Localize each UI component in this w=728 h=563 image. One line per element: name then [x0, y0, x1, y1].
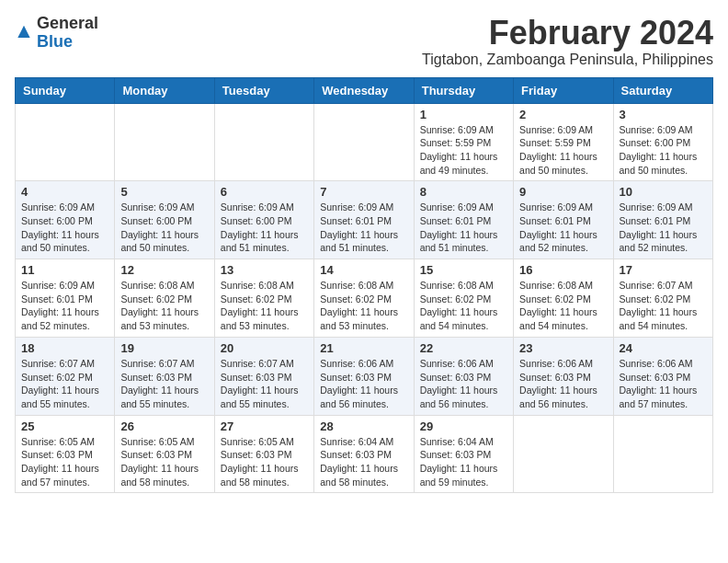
day-number: 15 [420, 263, 507, 277]
day-info: Sunset: 6:00 PM [21, 214, 108, 228]
calendar-cell: 14Sunrise: 6:08 AMSunset: 6:02 PMDayligh… [314, 259, 414, 338]
calendar-cell: 20Sunrise: 6:07 AMSunset: 6:03 PMDayligh… [214, 337, 313, 415]
week-row-3: 18Sunrise: 6:07 AMSunset: 6:02 PMDayligh… [16, 337, 713, 415]
calendar-cell: 28Sunrise: 6:04 AMSunset: 6:03 PMDayligh… [314, 415, 414, 493]
calendar-cell: 8Sunrise: 6:09 AMSunset: 6:01 PMDaylight… [414, 181, 513, 259]
day-info: Sunset: 6:02 PM [320, 293, 407, 306]
day-info: Daylight: 11 hours and 53 minutes. [320, 305, 407, 332]
calendar-cell: 10Sunrise: 6:09 AMSunset: 6:01 PMDayligh… [613, 181, 712, 259]
day-info: Sunrise: 6:09 AM [120, 201, 208, 214]
calendar-cell: 18Sunrise: 6:07 AMSunset: 6:02 PMDayligh… [16, 337, 115, 415]
day-info: Daylight: 11 hours and 54 minutes. [420, 305, 507, 332]
day-number: 5 [120, 185, 208, 199]
day-info: Sunrise: 6:07 AM [120, 357, 208, 371]
day-number: 28 [320, 419, 407, 433]
day-info: Sunrise: 6:09 AM [420, 201, 507, 214]
day-info: Sunset: 6:02 PM [420, 293, 507, 306]
day-info: Sunrise: 6:08 AM [221, 279, 308, 293]
day-number: 26 [120, 419, 208, 433]
calendar-cell: 11Sunrise: 6:09 AMSunset: 6:01 PMDayligh… [16, 259, 115, 338]
week-row-0: 1Sunrise: 6:09 AMSunset: 5:59 PMDaylight… [16, 103, 713, 181]
calendar-cell: 16Sunrise: 6:08 AMSunset: 6:02 PMDayligh… [514, 259, 613, 338]
day-info: Sunrise: 6:06 AM [420, 357, 507, 371]
day-info: Sunrise: 6:08 AM [519, 279, 607, 293]
day-info: Sunset: 6:00 PM [620, 136, 707, 150]
day-info: Daylight: 11 hours and 56 minutes. [519, 384, 607, 410]
day-number: 21 [320, 341, 407, 355]
day-info: Daylight: 11 hours and 56 minutes. [320, 384, 407, 410]
title-area: February 2024 Tigtabon, Zamboanga Penins… [422, 15, 713, 68]
day-number: 27 [221, 419, 308, 433]
day-number: 24 [620, 341, 707, 355]
day-info: Sunset: 6:01 PM [620, 214, 707, 228]
day-info: Daylight: 11 hours and 52 minutes. [519, 228, 607, 255]
day-info: Daylight: 11 hours and 55 minutes. [221, 384, 308, 410]
calendar-cell: 13Sunrise: 6:08 AMSunset: 6:02 PMDayligh… [214, 259, 313, 338]
day-info: Sunrise: 6:08 AM [420, 279, 507, 293]
calendar-cell: 22Sunrise: 6:06 AMSunset: 6:03 PMDayligh… [414, 337, 513, 415]
calendar-cell [214, 103, 313, 181]
day-number: 4 [21, 185, 108, 199]
day-number: 9 [519, 185, 607, 199]
day-info: Sunset: 6:03 PM [120, 371, 208, 385]
day-info: Sunset: 6:02 PM [519, 293, 607, 306]
day-info: Daylight: 11 hours and 50 minutes. [21, 228, 108, 255]
day-info: Daylight: 11 hours and 55 minutes. [21, 384, 108, 410]
calendar-cell: 24Sunrise: 6:06 AMSunset: 6:03 PMDayligh… [613, 337, 712, 415]
day-info: Sunset: 6:03 PM [519, 371, 607, 385]
col-header-tuesday: Tuesday [214, 77, 313, 103]
day-info: Sunrise: 6:06 AM [620, 357, 707, 371]
calendar-cell: 4Sunrise: 6:09 AMSunset: 6:00 PMDaylight… [16, 181, 115, 259]
day-number: 19 [120, 341, 208, 355]
day-info: Daylight: 11 hours and 50 minutes. [120, 228, 208, 255]
day-info: Daylight: 11 hours and 53 minutes. [120, 305, 208, 332]
day-info: Daylight: 11 hours and 51 minutes. [320, 228, 407, 255]
day-info: Sunset: 6:03 PM [420, 371, 507, 385]
day-number: 1 [420, 108, 507, 121]
calendar-table: SundayMondayTuesdayWednesdayThursdayFrid… [15, 77, 713, 494]
day-info: Sunset: 6:02 PM [620, 293, 707, 306]
day-info: Daylight: 11 hours and 58 minutes. [120, 462, 208, 488]
day-info: Sunset: 6:00 PM [221, 214, 308, 228]
day-number: 8 [420, 185, 507, 199]
day-number: 29 [420, 419, 507, 433]
week-row-4: 25Sunrise: 6:05 AMSunset: 6:03 PMDayligh… [16, 415, 713, 493]
day-info: Sunrise: 6:06 AM [519, 357, 607, 371]
day-number: 2 [519, 108, 607, 121]
header: General Blue February 2024 Tigtabon, Zam… [15, 15, 713, 68]
col-header-saturday: Saturday [613, 77, 712, 103]
calendar-cell: 15Sunrise: 6:08 AMSunset: 6:02 PMDayligh… [414, 259, 513, 338]
day-number: 20 [221, 341, 308, 355]
day-info: Sunrise: 6:09 AM [519, 123, 607, 137]
day-number: 6 [221, 185, 308, 199]
day-number: 12 [120, 263, 208, 277]
day-info: Sunrise: 6:06 AM [320, 357, 407, 371]
calendar-cell: 1Sunrise: 6:09 AMSunset: 5:59 PMDaylight… [414, 103, 513, 181]
day-number: 7 [320, 185, 407, 199]
calendar-cell: 12Sunrise: 6:08 AMSunset: 6:02 PMDayligh… [115, 259, 214, 338]
day-number: 22 [420, 341, 507, 355]
day-info: Daylight: 11 hours and 51 minutes. [420, 228, 507, 255]
day-info: Sunset: 6:01 PM [519, 214, 607, 228]
day-info: Sunrise: 6:09 AM [620, 123, 707, 137]
day-info: Sunrise: 6:09 AM [420, 123, 507, 137]
col-header-thursday: Thursday [414, 77, 513, 103]
day-info: Daylight: 11 hours and 58 minutes. [221, 462, 308, 488]
calendar-cell [115, 103, 214, 181]
calendar-cell: 19Sunrise: 6:07 AMSunset: 6:03 PMDayligh… [115, 337, 214, 415]
calendar-cell: 29Sunrise: 6:04 AMSunset: 6:03 PMDayligh… [414, 415, 513, 493]
day-number: 17 [620, 263, 707, 277]
calendar-cell: 7Sunrise: 6:09 AMSunset: 6:01 PMDaylight… [314, 181, 414, 259]
day-number: 3 [620, 108, 707, 121]
calendar-cell: 23Sunrise: 6:06 AMSunset: 6:03 PMDayligh… [514, 337, 613, 415]
day-info: Sunset: 6:03 PM [420, 448, 507, 462]
day-info: Daylight: 11 hours and 56 minutes. [420, 384, 507, 410]
calendar-cell: 25Sunrise: 6:05 AMSunset: 6:03 PMDayligh… [16, 415, 115, 493]
day-info: Sunrise: 6:09 AM [221, 201, 308, 214]
calendar-cell [613, 415, 712, 493]
day-info: Sunrise: 6:05 AM [120, 435, 208, 449]
col-header-friday: Friday [514, 77, 613, 103]
calendar-cell [314, 103, 414, 181]
day-info: Sunset: 6:03 PM [221, 448, 308, 462]
day-info: Sunrise: 6:08 AM [320, 279, 407, 293]
